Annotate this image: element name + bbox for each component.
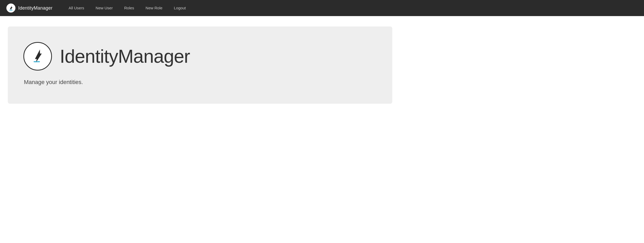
- nav-link-logout[interactable]: Logout: [168, 0, 191, 16]
- hero-card: IdentityManager Manage your identities.: [8, 26, 392, 104]
- nav-logo-icon: [6, 3, 16, 13]
- nav-link-roles[interactable]: Roles: [118, 0, 140, 16]
- hero-logo-circle: [23, 42, 52, 71]
- hero-logo-icon: [29, 47, 47, 65]
- main-content: IdentityManager Manage your identities.: [0, 16, 644, 114]
- hero-title: IdentityManager: [60, 46, 190, 67]
- nav-link-new-user[interactable]: New User: [90, 0, 118, 16]
- nav-link-all-users[interactable]: All Users: [63, 0, 90, 16]
- navbar: IdentityManager All Users New User Roles…: [0, 0, 644, 16]
- hero-subtitle: Manage your identities.: [24, 79, 377, 86]
- nav-brand-label: IdentityManager: [18, 5, 52, 11]
- nav-brand[interactable]: IdentityManager: [6, 3, 52, 13]
- nav-links: All Users New User Roles New Role Logout: [63, 0, 191, 16]
- nav-link-new-role[interactable]: New Role: [140, 0, 168, 16]
- hero-header: IdentityManager: [23, 42, 377, 71]
